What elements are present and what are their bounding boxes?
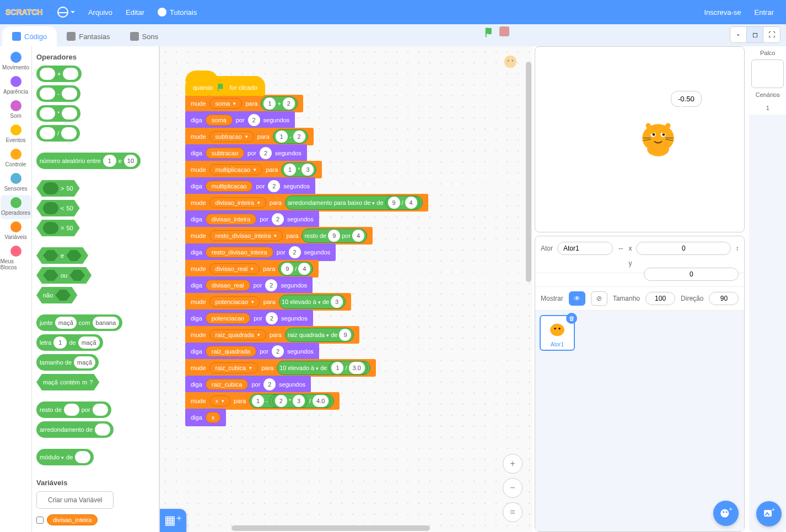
category-som[interactable]: Som [1,98,31,122]
xy-icon: ↔ [617,245,624,252]
category-movimento[interactable]: Movimento [1,50,31,74]
file-menu[interactable]: Arquivo [82,0,119,24]
op-letter[interactable]: letra1demaçã [36,334,103,351]
op-mathop[interactable]: módulode [36,449,94,465]
workspace-scrollbar-horizontal[interactable] [232,525,430,531]
op-and[interactable]: e [36,247,88,264]
say-block[interactable]: diga x [185,409,226,426]
sprite-watermark [499,53,521,75]
palette-heading: Operadores [36,53,159,61]
say-block[interactable]: diga multiplicacao por 2 segundos [185,177,315,195]
stage-thumbnail[interactable] [751,59,784,88]
set-block[interactable]: mude soma para 1 + 2 [185,95,303,112]
category-meus blocos[interactable]: Meus Blocos [1,243,31,274]
set-block[interactable]: mude raiz_quadrada para raiz quadrada de… [185,326,359,344]
signup-link[interactable]: Inscreva-se [697,0,747,24]
sprite-y-input[interactable] [644,268,739,281]
svg-text:+: + [772,507,775,513]
say-block[interactable]: diga subtracao por 2 segundos [185,144,307,162]
say-block[interactable]: diga potenciacao por 2 segundos [185,310,313,327]
zoom-in-button[interactable]: + [503,454,523,474]
add-backdrop-button[interactable]: + [756,501,782,526]
show-sprite-button[interactable]: 👁 [569,291,585,306]
op-length[interactable]: tamanho demaçã [36,354,99,371]
set-block[interactable]: mude divisao_real para 9 / 4 [185,260,319,278]
sprite-label: Ator [541,245,553,252]
say-block[interactable]: diga resto_divisao_inteira por 2 segundo… [185,243,336,261]
op-or[interactable]: ou [36,267,91,284]
tab-costumes[interactable]: Fantasias [57,26,120,46]
op-not[interactable]: não [36,287,77,303]
sprite-name-input[interactable] [557,242,613,255]
svg-point-11 [554,328,556,329]
tab-sounds[interactable]: Sons [120,26,169,46]
category-variáveis[interactable]: Variáveis [1,219,31,243]
svg-point-14 [723,511,724,513]
speech-bubble: -0.50 [671,91,702,107]
set-block[interactable]: mude resto_divisao_inteira para resto de… [185,227,373,245]
say-block[interactable]: diga soma por 2 segundos [185,111,295,129]
op-eq[interactable]: =50 [36,220,80,236]
add-sprite-button[interactable]: + [713,501,739,526]
variables-heading: Variáveis [36,479,159,487]
op-random[interactable]: número aleatório entre1e10 [36,153,141,169]
zoom-out-button[interactable]: − [503,478,523,498]
svg-text:+: + [729,506,733,512]
op-lt[interactable]: <50 [36,200,80,216]
signin-link[interactable]: Entrar [748,0,780,24]
variable-pill[interactable]: divisao_inteira [47,514,98,525]
scratch-logo[interactable]: SCRATCH [6,4,44,20]
op-multiply[interactable]: * [36,105,80,122]
var-checkbox[interactable] [36,517,44,524]
tutorials-menu[interactable]: Tutoriais [151,0,203,24]
stage[interactable]: -0.50 [535,46,745,232]
green-flag-button[interactable] [484,26,496,39]
svg-point-15 [726,511,728,513]
set-block[interactable]: mude potenciacao para 10 elevado à de 3 [185,293,351,311]
set-block[interactable]: mude multiplicacao para 1 * 3 [185,161,322,178]
add-extension-button[interactable]: ▦⁺ [160,509,186,532]
sprite-size-input[interactable] [645,292,675,305]
category-controle[interactable]: Controle [1,146,31,171]
op-contains[interactable]: maçãcontémm? [36,374,99,390]
fullscreen-button[interactable]: ⛶ [763,27,780,42]
edit-menu[interactable]: Editar [119,0,151,24]
say-block[interactable]: diga divisao_real por 2 segundos [185,276,313,294]
op-join[interactable]: juntemaçãcombanana [36,314,122,331]
svg-point-1 [504,56,516,68]
say-block[interactable]: diga raiz_cubica por 2 segundos [185,376,311,393]
say-block[interactable]: diga divisao_inteira por 2 segundos [185,210,319,228]
set-block[interactable]: mude raiz_cubica para 10 elevado à de 1 … [185,359,376,377]
sprite-tile[interactable]: 🗑 Ator1 [540,315,575,351]
sprite-on-stage[interactable] [633,111,683,160]
op-subtract[interactable]: - [36,85,80,102]
sprite-direction-input[interactable] [709,292,739,305]
op-divide[interactable]: / [36,125,80,142]
op-add[interactable]: + [36,66,82,82]
category-operadores[interactable]: Operadores [1,195,31,219]
op-round[interactable]: arredondamento de [36,421,114,438]
set-block[interactable]: mude divisao_inteira para arredondamento… [185,194,428,211]
hat-block[interactable]: quandofor clicado [185,76,265,96]
stage-small-button[interactable]: ▫ [730,27,747,42]
make-variable-button[interactable]: Criar uma Variável [36,491,114,509]
language-menu[interactable] [51,0,82,24]
tab-code[interactable]: Código [2,26,57,46]
sprite-x-input[interactable] [636,242,731,255]
stage-large-button[interactable]: ◻ [747,27,763,42]
op-mod[interactable]: resto depor [36,401,111,418]
category-eventos[interactable]: Eventos [1,122,31,146]
op-gt[interactable]: >50 [36,180,80,197]
set-block[interactable]: mude subtracao para 1 - 2 [185,128,314,145]
say-block[interactable]: diga raiz_quadrada por 2 segundos [185,343,319,360]
zoom-reset-button[interactable]: = [503,502,523,522]
set-block[interactable]: mude x para 1 - 2 * 3 / 4.0 [185,392,340,410]
delete-sprite-button[interactable]: 🗑 [566,313,577,324]
svg-text:SCRATCH: SCRATCH [6,8,42,17]
workspace-scrollbar-vertical[interactable] [526,62,531,282]
svg-point-5 [647,143,669,156]
stop-button[interactable] [499,26,509,36]
category-aparência[interactable]: Aparência [1,74,31,98]
category-sensores[interactable]: Sensores [1,171,31,195]
hide-sprite-button[interactable]: ⊘ [591,291,607,306]
